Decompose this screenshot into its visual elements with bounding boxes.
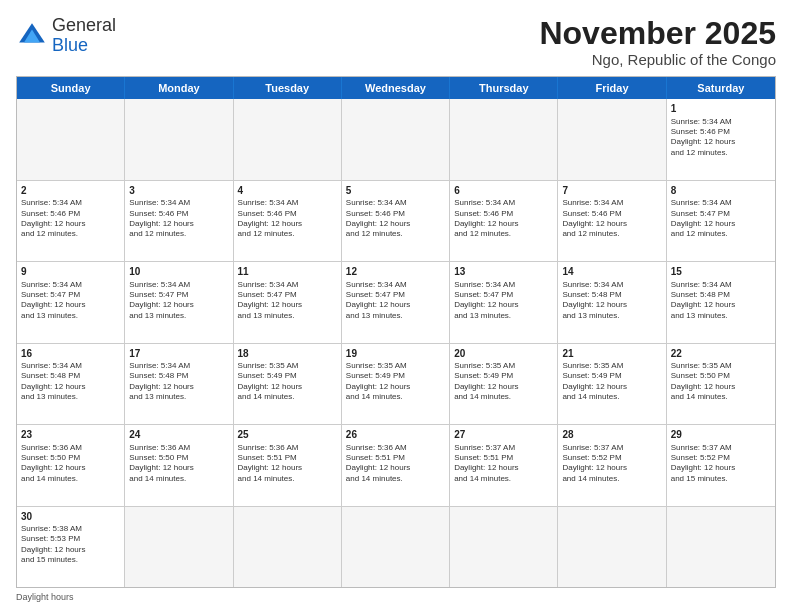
day-number: 7 (562, 184, 661, 198)
cal-cell-3-5: 21Sunrise: 5:35 AM Sunset: 5:49 PM Dayli… (558, 344, 666, 424)
day-info: Sunrise: 5:34 AM Sunset: 5:47 PM Dayligh… (129, 280, 228, 322)
footer-note: Daylight hours (16, 592, 776, 602)
day-info: Sunrise: 5:34 AM Sunset: 5:47 PM Dayligh… (454, 280, 553, 322)
cal-cell-3-2: 18Sunrise: 5:35 AM Sunset: 5:49 PM Dayli… (234, 344, 342, 424)
day-number: 6 (454, 184, 553, 198)
header-saturday: Saturday (667, 77, 775, 99)
day-info: Sunrise: 5:34 AM Sunset: 5:47 PM Dayligh… (238, 280, 337, 322)
day-number: 1 (671, 102, 771, 116)
day-number: 19 (346, 347, 445, 361)
header-friday: Friday (558, 77, 666, 99)
logo-text: General Blue (52, 16, 116, 56)
cal-cell-2-1: 10Sunrise: 5:34 AM Sunset: 5:47 PM Dayli… (125, 262, 233, 342)
day-info: Sunrise: 5:34 AM Sunset: 5:46 PM Dayligh… (671, 117, 771, 159)
cal-cell-2-2: 11Sunrise: 5:34 AM Sunset: 5:47 PM Dayli… (234, 262, 342, 342)
cal-cell-2-5: 14Sunrise: 5:34 AM Sunset: 5:48 PM Dayli… (558, 262, 666, 342)
day-info: Sunrise: 5:37 AM Sunset: 5:51 PM Dayligh… (454, 443, 553, 485)
day-number: 13 (454, 265, 553, 279)
day-number: 2 (21, 184, 120, 198)
day-info: Sunrise: 5:34 AM Sunset: 5:46 PM Dayligh… (346, 198, 445, 240)
cal-cell-4-0: 23Sunrise: 5:36 AM Sunset: 5:50 PM Dayli… (17, 425, 125, 505)
day-info: Sunrise: 5:34 AM Sunset: 5:47 PM Dayligh… (346, 280, 445, 322)
cal-cell-5-1 (125, 507, 233, 587)
page-title: November 2025 (539, 16, 776, 51)
day-number: 18 (238, 347, 337, 361)
cal-cell-0-4 (450, 99, 558, 179)
day-number: 15 (671, 265, 771, 279)
day-number: 14 (562, 265, 661, 279)
day-number: 3 (129, 184, 228, 198)
day-info: Sunrise: 5:37 AM Sunset: 5:52 PM Dayligh… (671, 443, 771, 485)
cal-cell-0-0 (17, 99, 125, 179)
day-info: Sunrise: 5:36 AM Sunset: 5:51 PM Dayligh… (346, 443, 445, 485)
day-info: Sunrise: 5:34 AM Sunset: 5:48 PM Dayligh… (21, 361, 120, 403)
day-info: Sunrise: 5:34 AM Sunset: 5:46 PM Dayligh… (454, 198, 553, 240)
cal-cell-1-3: 5Sunrise: 5:34 AM Sunset: 5:46 PM Daylig… (342, 181, 450, 261)
cal-cell-1-0: 2Sunrise: 5:34 AM Sunset: 5:46 PM Daylig… (17, 181, 125, 261)
day-number: 25 (238, 428, 337, 442)
calendar-body: 1Sunrise: 5:34 AM Sunset: 5:46 PM Daylig… (17, 99, 775, 587)
day-number: 5 (346, 184, 445, 198)
cal-cell-5-3 (342, 507, 450, 587)
header-tuesday: Tuesday (234, 77, 342, 99)
cal-cell-4-6: 29Sunrise: 5:37 AM Sunset: 5:52 PM Dayli… (667, 425, 775, 505)
day-info: Sunrise: 5:34 AM Sunset: 5:46 PM Dayligh… (21, 198, 120, 240)
day-number: 8 (671, 184, 771, 198)
cal-cell-1-5: 7Sunrise: 5:34 AM Sunset: 5:46 PM Daylig… (558, 181, 666, 261)
logo-icon (16, 20, 48, 52)
cal-cell-3-1: 17Sunrise: 5:34 AM Sunset: 5:48 PM Dayli… (125, 344, 233, 424)
day-number: 22 (671, 347, 771, 361)
day-number: 21 (562, 347, 661, 361)
header: General Blue November 2025 Ngo, Republic… (16, 16, 776, 68)
cal-row-2: 9Sunrise: 5:34 AM Sunset: 5:47 PM Daylig… (17, 261, 775, 342)
cal-cell-4-1: 24Sunrise: 5:36 AM Sunset: 5:50 PM Dayli… (125, 425, 233, 505)
day-info: Sunrise: 5:34 AM Sunset: 5:47 PM Dayligh… (671, 198, 771, 240)
cal-cell-2-3: 12Sunrise: 5:34 AM Sunset: 5:47 PM Dayli… (342, 262, 450, 342)
logo: General Blue (16, 16, 116, 56)
cal-cell-5-2 (234, 507, 342, 587)
day-info: Sunrise: 5:34 AM Sunset: 5:48 PM Dayligh… (129, 361, 228, 403)
cal-cell-3-4: 20Sunrise: 5:35 AM Sunset: 5:49 PM Dayli… (450, 344, 558, 424)
page-subtitle: Ngo, Republic of the Congo (539, 51, 776, 68)
cal-cell-3-6: 22Sunrise: 5:35 AM Sunset: 5:50 PM Dayli… (667, 344, 775, 424)
day-info: Sunrise: 5:38 AM Sunset: 5:53 PM Dayligh… (21, 524, 120, 566)
cal-row-3: 16Sunrise: 5:34 AM Sunset: 5:48 PM Dayli… (17, 343, 775, 424)
cal-cell-1-2: 4Sunrise: 5:34 AM Sunset: 5:46 PM Daylig… (234, 181, 342, 261)
day-info: Sunrise: 5:35 AM Sunset: 5:50 PM Dayligh… (671, 361, 771, 403)
day-number: 4 (238, 184, 337, 198)
day-info: Sunrise: 5:35 AM Sunset: 5:49 PM Dayligh… (238, 361, 337, 403)
cal-cell-0-1 (125, 99, 233, 179)
day-info: Sunrise: 5:34 AM Sunset: 5:46 PM Dayligh… (129, 198, 228, 240)
cal-cell-2-0: 9Sunrise: 5:34 AM Sunset: 5:47 PM Daylig… (17, 262, 125, 342)
day-info: Sunrise: 5:35 AM Sunset: 5:49 PM Dayligh… (454, 361, 553, 403)
day-number: 26 (346, 428, 445, 442)
day-info: Sunrise: 5:36 AM Sunset: 5:50 PM Dayligh… (21, 443, 120, 485)
day-number: 20 (454, 347, 553, 361)
day-info: Sunrise: 5:34 AM Sunset: 5:46 PM Dayligh… (562, 198, 661, 240)
cal-cell-0-3 (342, 99, 450, 179)
cal-cell-4-3: 26Sunrise: 5:36 AM Sunset: 5:51 PM Dayli… (342, 425, 450, 505)
cal-cell-3-3: 19Sunrise: 5:35 AM Sunset: 5:49 PM Dayli… (342, 344, 450, 424)
cal-cell-5-6 (667, 507, 775, 587)
day-number: 12 (346, 265, 445, 279)
logo-general: General (52, 15, 116, 35)
cal-cell-1-4: 6Sunrise: 5:34 AM Sunset: 5:46 PM Daylig… (450, 181, 558, 261)
cal-cell-0-2 (234, 99, 342, 179)
header-wednesday: Wednesday (342, 77, 450, 99)
cal-cell-5-0: 30Sunrise: 5:38 AM Sunset: 5:53 PM Dayli… (17, 507, 125, 587)
cal-cell-5-5 (558, 507, 666, 587)
day-info: Sunrise: 5:35 AM Sunset: 5:49 PM Dayligh… (562, 361, 661, 403)
header-monday: Monday (125, 77, 233, 99)
day-number: 29 (671, 428, 771, 442)
day-number: 17 (129, 347, 228, 361)
cal-cell-4-4: 27Sunrise: 5:37 AM Sunset: 5:51 PM Dayli… (450, 425, 558, 505)
day-number: 9 (21, 265, 120, 279)
cal-cell-1-1: 3Sunrise: 5:34 AM Sunset: 5:46 PM Daylig… (125, 181, 233, 261)
day-info: Sunrise: 5:34 AM Sunset: 5:47 PM Dayligh… (21, 280, 120, 322)
cal-row-5: 30Sunrise: 5:38 AM Sunset: 5:53 PM Dayli… (17, 506, 775, 587)
day-info: Sunrise: 5:36 AM Sunset: 5:51 PM Dayligh… (238, 443, 337, 485)
cal-cell-3-0: 16Sunrise: 5:34 AM Sunset: 5:48 PM Dayli… (17, 344, 125, 424)
header-sunday: Sunday (17, 77, 125, 99)
day-number: 28 (562, 428, 661, 442)
day-info: Sunrise: 5:36 AM Sunset: 5:50 PM Dayligh… (129, 443, 228, 485)
